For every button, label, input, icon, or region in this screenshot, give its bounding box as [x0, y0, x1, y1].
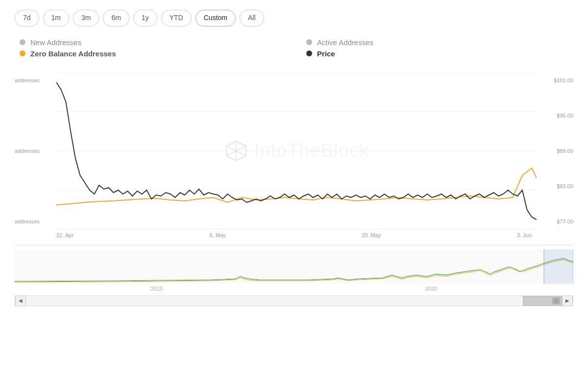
x-label-apr: 22. Apr	[56, 232, 74, 238]
y-axis-left: addresses addresses addresses	[15, 73, 54, 229]
mini-x-label-2020: 2020	[425, 286, 437, 292]
scroll-right-btn[interactable]: ▶	[562, 295, 573, 306]
legend-active-addresses: Active Addresses	[306, 38, 573, 47]
legend-dot-zero-balance	[20, 50, 25, 56]
y-axis-right: $101.00 $95.00 $89.00 $83.00 $77.00	[539, 73, 573, 229]
y-label-top: addresses	[15, 77, 54, 83]
filter-1y[interactable]: 1y	[133, 10, 157, 26]
legend-label-active-addresses: Active Addresses	[317, 38, 373, 47]
main-chart-svg	[56, 73, 537, 229]
scroll-thumb[interactable]: |||	[523, 296, 562, 306]
chart-main: addresses addresses addresses $101.00 $9…	[15, 73, 573, 229]
y-label-right-3: $83.00	[539, 183, 573, 189]
filter-7d[interactable]: 7d	[15, 10, 39, 26]
time-filter-bar: 7d 1m 3m 6m 1y YTD Custom All	[15, 10, 573, 26]
legend-price: Price	[306, 49, 573, 58]
y-label-right-0: $101.00	[539, 77, 573, 83]
y-label-mid: addresses	[15, 148, 54, 154]
legend-dot-new-addresses	[20, 39, 25, 45]
mini-x-labels: 2015 2020	[15, 286, 573, 292]
filter-6m[interactable]: 6m	[103, 10, 129, 26]
scrollbar[interactable]: ◀ ||| ▶	[15, 295, 573, 306]
filter-3m[interactable]: 3m	[73, 10, 99, 26]
legend-dot-active-addresses	[306, 39, 312, 45]
mini-chart-section: 2015 2020 ◀ ||| ▶	[15, 245, 573, 306]
scroll-left-btn[interactable]: ◀	[15, 295, 26, 306]
filter-ytd[interactable]: YTD	[161, 10, 192, 26]
x-label-jun: 3. Jun	[517, 232, 532, 238]
y-label-right-4: $77.00	[539, 219, 573, 224]
legend-dot-price	[306, 50, 312, 56]
x-axis: 22. Apr 6. May 20. May 3. Jun	[15, 229, 573, 238]
mini-chart-svg	[15, 249, 573, 284]
mini-x-label-2015: 2015	[151, 286, 163, 292]
svg-rect-10	[15, 249, 573, 284]
legend-label-price: Price	[317, 49, 335, 58]
y-label-bottom: addresses	[15, 219, 54, 224]
x-label-may1: 6. May	[210, 232, 226, 238]
scroll-grip[interactable]: |||	[552, 297, 560, 304]
filter-all[interactable]: All	[240, 10, 264, 26]
y-label-right-1: $95.00	[539, 113, 573, 119]
scroll-track: |||	[26, 296, 562, 306]
legend-label-new-addresses: New Addresses	[30, 38, 81, 47]
legend-zero-balance: Zero Balance Addresses	[20, 49, 287, 58]
mini-chart-wrapper: 2015 2020	[15, 249, 573, 294]
chart-svg-area: IntoTheBlock	[56, 73, 537, 229]
filter-1m[interactable]: 1m	[43, 10, 69, 26]
chart-legend: New Addresses Active Addresses Zero Bala…	[15, 38, 573, 58]
svg-rect-13	[544, 249, 573, 284]
x-label-may2: 20. May	[362, 232, 381, 238]
chart-wrapper: addresses addresses addresses $101.00 $9…	[15, 73, 573, 238]
filter-custom[interactable]: Custom	[196, 10, 236, 26]
main-container: 7d 1m 3m 6m 1y YTD Custom All New Addres…	[0, 0, 588, 392]
y-label-right-2: $89.00	[539, 148, 573, 154]
legend-new-addresses: New Addresses	[20, 38, 287, 47]
legend-label-zero-balance: Zero Balance Addresses	[30, 49, 116, 58]
